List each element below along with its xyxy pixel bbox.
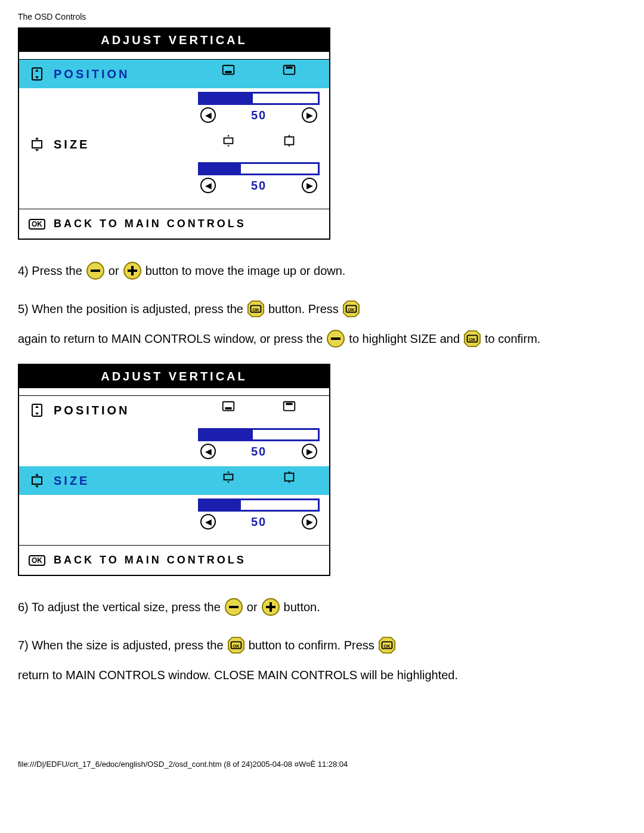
- plus-button-icon: [261, 597, 280, 617]
- osd-row-size-slider: ◀ 50 ▶: [19, 159, 329, 197]
- ok-button-icon: [227, 636, 245, 654]
- step-6: 6) To adjust the vertical size, press th…: [18, 594, 626, 620]
- image-down-icon: [221, 63, 236, 79]
- osd-row-size[interactable]: SIZE: [19, 466, 329, 495]
- back-label: BACK TO MAIN CONTROLS: [54, 218, 246, 230]
- decrease-icon[interactable]: ◀: [200, 514, 216, 529]
- position-value: 50: [251, 445, 267, 459]
- minus-button-icon: [326, 329, 345, 348]
- ok-button-icon: [342, 300, 360, 318]
- step-5: 5) When the position is adjusted, press …: [18, 296, 626, 352]
- step-4: 4) Press the or button to move the image…: [18, 258, 626, 284]
- osd-row-position-slider: ◀ 50 ▶: [19, 425, 329, 463]
- size-value: 50: [251, 179, 267, 193]
- page-footer: file:///D|/EDFU/crt_17_6/edoc/english/OS…: [18, 760, 626, 769]
- size-label: SIZE: [54, 474, 89, 488]
- image-down-icon: [221, 400, 236, 415]
- increase-icon[interactable]: ▶: [302, 178, 317, 193]
- osd-panel-size: ADJUST VERTICAL POSITION ◀ 50 ▶ SIZE: [18, 364, 330, 576]
- back-to-main-row[interactable]: OK BACK TO MAIN CONTROLS: [19, 545, 329, 575]
- decrease-icon[interactable]: ◀: [200, 444, 216, 459]
- osd-panel-position: ADJUST VERTICAL POSITION ◀ 50 ▶ SIZE: [18, 27, 330, 240]
- size-icon: [29, 136, 45, 153]
- size-small-icon: [221, 134, 236, 149]
- size-icon: [29, 472, 45, 489]
- osd-title: ADJUST VERTICAL: [19, 29, 329, 52]
- size-large-icon: [281, 470, 297, 485]
- osd-row-size-slider: ◀ 50 ▶: [19, 495, 329, 533]
- ok-icon: OK: [29, 219, 45, 230]
- increase-icon[interactable]: ▶: [302, 444, 317, 459]
- page-header: The OSD Controls: [18, 12, 626, 21]
- minus-button-icon: [224, 597, 243, 617]
- ok-button-icon: [463, 330, 481, 348]
- ok-button-icon: [378, 636, 396, 654]
- decrease-icon[interactable]: ◀: [200, 107, 216, 123]
- image-up-icon: [281, 400, 297, 415]
- osd-row-size[interactable]: SIZE: [19, 130, 329, 159]
- osd-title: ADJUST VERTICAL: [19, 365, 329, 388]
- position-label: POSITION: [54, 404, 130, 417]
- back-label: BACK TO MAIN CONTROLS: [54, 554, 246, 566]
- decrease-icon[interactable]: ◀: [200, 178, 216, 193]
- osd-row-position[interactable]: POSITION: [19, 396, 329, 425]
- ok-button-icon: [247, 300, 265, 318]
- position-slider[interactable]: [198, 428, 320, 441]
- position-value: 50: [251, 109, 267, 122]
- size-small-icon: [221, 470, 236, 485]
- increase-icon[interactable]: ▶: [302, 514, 317, 529]
- increase-icon[interactable]: ▶: [302, 107, 317, 123]
- back-to-main-row[interactable]: OK BACK TO MAIN CONTROLS: [19, 209, 329, 239]
- position-slider[interactable]: [198, 92, 320, 105]
- position-icon: [29, 402, 45, 419]
- size-slider[interactable]: [198, 498, 320, 512]
- ok-icon: OK: [29, 555, 45, 566]
- size-value: 50: [251, 515, 267, 529]
- minus-button-icon: [86, 261, 105, 280]
- position-icon: [29, 66, 45, 82]
- osd-row-position[interactable]: POSITION: [19, 60, 329, 88]
- size-slider[interactable]: [198, 162, 320, 175]
- size-large-icon: [281, 134, 297, 149]
- size-label: SIZE: [54, 138, 89, 151]
- plus-button-icon: [123, 261, 142, 280]
- image-up-icon: [281, 63, 297, 79]
- position-label: POSITION: [54, 67, 130, 81]
- step-7: 7) When the size is adjusted, press the …: [18, 632, 626, 688]
- osd-row-position-slider: ◀ 50 ▶: [19, 88, 329, 126]
